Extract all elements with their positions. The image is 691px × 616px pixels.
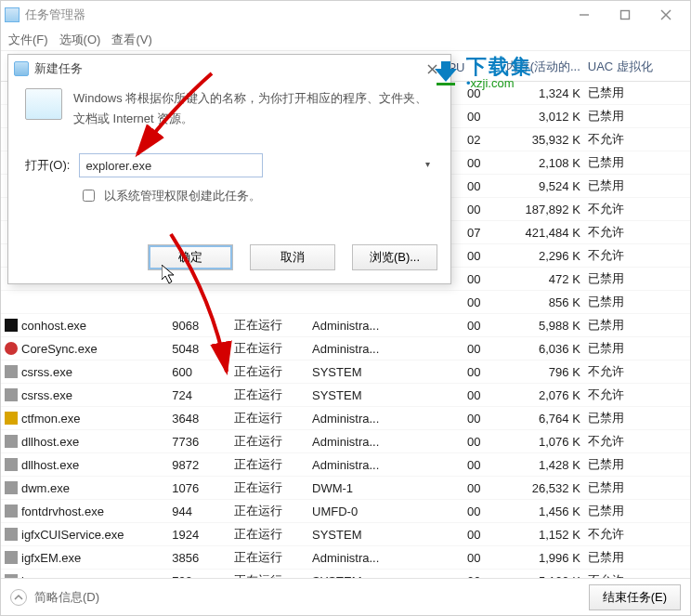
table-row[interactable]: csrss.exe600正在运行SYSTEM00796 K不允许 bbox=[1, 360, 690, 384]
watermark-cn: 下载集 bbox=[466, 56, 533, 77]
minimize-button[interactable] bbox=[564, 2, 605, 28]
admin-label: 以系统管理权限创建此任务。 bbox=[104, 189, 261, 203]
titlebar: 任务管理器 bbox=[1, 1, 690, 29]
command-input[interactable] bbox=[79, 153, 263, 177]
table-row[interactable]: fontdrvhost.exe944正在运行UMFD-0001,456 K已禁用 bbox=[1, 500, 690, 523]
process-icon bbox=[5, 528, 18, 541]
process-icon bbox=[5, 481, 18, 494]
table-row[interactable]: CoreSync.exe5048正在运行Administra...006,036… bbox=[1, 337, 690, 360]
svg-rect-8 bbox=[437, 83, 455, 85]
admin-checkbox[interactable] bbox=[83, 190, 95, 202]
new-task-dialog: 新建任务 Windows 将根据你所键入的名称，为你打开相应的程序、文件夹、文档… bbox=[7, 54, 451, 284]
watermark-url: •xzji.com bbox=[466, 77, 533, 90]
dialog-icon bbox=[14, 61, 29, 76]
process-icon bbox=[5, 505, 18, 518]
process-icon bbox=[5, 551, 18, 564]
end-task-button[interactable]: 结束任务(E) bbox=[589, 584, 681, 610]
cancel-button[interactable]: 取消 bbox=[250, 244, 335, 270]
svg-rect-1 bbox=[621, 11, 630, 20]
process-icon bbox=[5, 458, 18, 471]
process-icon bbox=[5, 319, 18, 332]
process-icon bbox=[5, 435, 18, 448]
download-icon bbox=[431, 58, 461, 87]
col-uac[interactable]: UAC 虚拟化 bbox=[584, 53, 690, 82]
browse-button[interactable]: 浏览(B)... bbox=[352, 244, 437, 270]
open-label: 打开(O): bbox=[25, 157, 70, 174]
menu-options[interactable]: 选项(O) bbox=[59, 32, 101, 48]
menu-file[interactable]: 文件(F) bbox=[8, 32, 48, 48]
brief-info-label: 简略信息(D) bbox=[34, 589, 99, 606]
dialog-titlebar: 新建任务 bbox=[8, 55, 450, 83]
process-icon bbox=[5, 365, 18, 378]
table-row[interactable]: dwm.exe1076正在运行DWM-10026,532 K已禁用 bbox=[1, 477, 690, 500]
brief-info-toggle[interactable]: 简略信息(D) bbox=[10, 589, 99, 606]
table-row[interactable]: conhost.exe9068正在运行Administra...005,988 … bbox=[1, 314, 690, 337]
table-row[interactable]: ctfmon.exe3648正在运行Administra...006,764 K… bbox=[1, 407, 690, 430]
footer: 简略信息(D) 结束任务(E) bbox=[1, 578, 690, 615]
menu-view[interactable]: 查看(V) bbox=[111, 32, 151, 48]
table-row[interactable]: 00856 K已禁用 bbox=[1, 291, 690, 314]
run-icon bbox=[25, 88, 62, 120]
dialog-title: 新建任务 bbox=[34, 60, 83, 77]
watermark: 下载集 •xzji.com bbox=[431, 56, 533, 90]
chevron-up-icon bbox=[10, 589, 27, 606]
table-row[interactable]: csrss.exe724正在运行SYSTEM002,076 K不允许 bbox=[1, 384, 690, 407]
table-row[interactable]: lsass.exe792正在运行SYSTEM005,100 K不允许 bbox=[1, 570, 690, 579]
process-icon bbox=[5, 388, 18, 401]
close-button[interactable] bbox=[645, 2, 686, 28]
maximize-button[interactable] bbox=[605, 2, 645, 28]
ok-button[interactable]: 确定 bbox=[148, 244, 233, 270]
process-icon bbox=[5, 412, 18, 425]
dropdown-icon[interactable]: ▾ bbox=[425, 159, 430, 169]
svg-marker-7 bbox=[435, 61, 457, 82]
process-icon bbox=[5, 342, 18, 355]
app-icon bbox=[5, 7, 20, 22]
table-row[interactable]: igfxCUIService.exe1924正在运行SYSTEM001,152 … bbox=[1, 523, 690, 546]
table-row[interactable]: dllhost.exe9872正在运行Administra...001,428 … bbox=[1, 453, 690, 477]
menubar: 文件(F) 选项(O) 查看(V) bbox=[1, 29, 690, 51]
table-row[interactable]: igfxEM.exe3856正在运行Administra...001,996 K… bbox=[1, 546, 690, 570]
window-title: 任务管理器 bbox=[25, 7, 85, 23]
dialog-description: Windows 将根据你所键入的名称，为你打开相应的程序、文件夹、文档或 Int… bbox=[73, 88, 434, 129]
table-row[interactable]: dllhost.exe7736正在运行Administra...001,076 … bbox=[1, 430, 690, 453]
